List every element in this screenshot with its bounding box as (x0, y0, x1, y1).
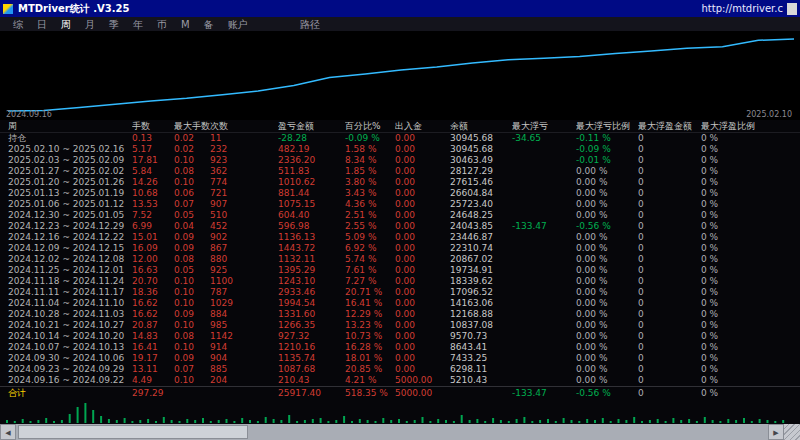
menu-item-周[interactable]: 周 (54, 17, 78, 32)
cell: 0.10 (174, 287, 210, 298)
table-row[interactable]: 2025.02.10 ~ 2025.02.165.170.02232482.19… (0, 144, 800, 155)
table-row[interactable]: 2025.01.20 ~ 2025.01.2614.260.107741010.… (0, 177, 800, 188)
cell: 9570.73 (450, 331, 512, 342)
cell: 0.04 (174, 221, 210, 232)
table-row[interactable]: 2024.12.23 ~ 2024.12.296.990.04452596.98… (0, 221, 800, 232)
table-row[interactable]: 2024.11.04 ~ 2024.11.1016.620.1010291994… (0, 298, 800, 309)
cell: 914 (210, 342, 278, 353)
table-row[interactable]: 持仓0.130.0211-28.28-0.09 %0.0030945.68-34… (0, 133, 800, 144)
table-row[interactable]: 2024.10.14 ~ 2024.10.2014.830.081142927.… (0, 331, 800, 342)
cell: 0.00 % (576, 320, 638, 331)
cell: 5210.43 (450, 375, 512, 386)
menu-item-月[interactable]: 月 (78, 17, 102, 32)
cell: 721 (210, 188, 278, 199)
horizontal-scrollbar[interactable]: ◀ ▶ (0, 424, 800, 440)
column-header[interactable]: 最大浮亏比例 (576, 120, 638, 132)
table-row[interactable]: 2024.12.02 ~ 2024.12.0812.000.088801132.… (0, 254, 800, 265)
cell (512, 177, 576, 188)
menu-item-账户[interactable]: 账户 (221, 17, 255, 32)
column-header[interactable]: 最大浮亏 (512, 120, 576, 132)
cell: 452 (210, 221, 278, 232)
menu-item-年[interactable]: 年 (126, 17, 150, 32)
cell (512, 144, 576, 155)
cell: 0 % (701, 155, 800, 166)
scroll-right-button[interactable]: ▶ (768, 424, 784, 440)
cell: 24648.25 (450, 210, 512, 221)
cell: 5000.00 (395, 375, 450, 386)
column-header[interactable]: 最大手数次数 (174, 120, 278, 132)
cell: 0 (638, 221, 701, 232)
table-row[interactable]: 2024.11.11 ~ 2024.11.1718.360.107872933.… (0, 287, 800, 298)
cell (174, 387, 210, 398)
table-row[interactable]: 2025.02.03 ~ 2025.02.0917.810.109232336.… (0, 155, 800, 166)
column-header[interactable]: 出入金 (395, 120, 450, 132)
cell (210, 387, 278, 398)
cell: 10837.08 (450, 320, 512, 331)
equity-chart[interactable]: 2024.09.16 2025.02.10 (0, 32, 800, 120)
cell: 1443.72 (278, 243, 345, 254)
cell: 2024.12.16 ~ 2024.12.22 (0, 232, 132, 243)
cell: 0.00 % (576, 375, 638, 386)
cell: 25917.40 (278, 387, 345, 398)
cell: 0.00 (395, 309, 450, 320)
table-row[interactable]: 2025.01.13 ~ 2025.01.1910.680.06721881.4… (0, 188, 800, 199)
table-row[interactable]: 2024.09.23 ~ 2024.09.2913.110.078851087.… (0, 364, 800, 375)
table-row[interactable]: 2025.01.06 ~ 2025.01.1213.530.079071075.… (0, 199, 800, 210)
table-row[interactable]: 2024.12.09 ~ 2024.12.1516.090.098671443.… (0, 243, 800, 254)
cell: -133.47 (512, 221, 576, 232)
table-row[interactable]: 2024.11.25 ~ 2024.12.0116.630.059251395.… (0, 265, 800, 276)
cell (512, 320, 576, 331)
total-row[interactable]: 合计297.2925917.40518.35 %5000.00-133.47-0… (0, 386, 800, 398)
table-row[interactable]: 2024.12.16 ~ 2024.12.2215.010.099021136.… (0, 232, 800, 243)
cell: 1100 (210, 276, 278, 287)
scrollbar-thumb[interactable] (18, 425, 248, 439)
menu-item-币[interactable]: 币 (150, 17, 174, 32)
window-control[interactable] (787, 3, 797, 15)
column-header[interactable]: 余额 (450, 120, 512, 132)
table-row[interactable]: 2024.10.28 ~ 2024.11.0316.620.098841331.… (0, 309, 800, 320)
resize-grip-icon[interactable] (784, 424, 800, 440)
table-row[interactable]: 2025.01.27 ~ 2025.02.025.840.08362511.83… (0, 166, 800, 177)
cell: 0.00 % (576, 254, 638, 265)
menu-item-M[interactable]: M (174, 17, 197, 32)
cell: 2024.09.23 ~ 2024.09.29 (0, 364, 132, 375)
cell: 0 (638, 199, 701, 210)
menu-item-日[interactable]: 日 (30, 17, 54, 32)
cell: 5000.00 (395, 387, 450, 398)
cell: 0.08 (174, 166, 210, 177)
table-row[interactable]: 2024.12.30 ~ 2025.01.057.520.05510604.40… (0, 210, 800, 221)
table-row[interactable]: 2024.11.18 ~ 2024.11.2420.700.1011001243… (0, 276, 800, 287)
menu-item-备[interactable]: 备 (197, 17, 221, 32)
equity-chart-canvas[interactable] (0, 32, 800, 120)
cell: 1135.74 (278, 353, 345, 364)
cell: 2024.10.14 ~ 2024.10.20 (0, 331, 132, 342)
cell: 2025.01.06 ~ 2025.01.12 (0, 199, 132, 210)
menu-item-path[interactable]: 路径 (293, 17, 327, 32)
column-header[interactable]: 盈亏金额 (278, 120, 345, 132)
scroll-left-button[interactable]: ◀ (0, 424, 16, 440)
column-header[interactable]: 最大浮盈金额 (638, 120, 701, 132)
table-row[interactable]: 2024.09.30 ~ 2024.10.0619.170.099041135.… (0, 353, 800, 364)
cell: 27615.46 (450, 177, 512, 188)
scrollbar-track[interactable] (16, 424, 768, 440)
cell: 0.00 % (576, 342, 638, 353)
cell: -0.11 % (576, 133, 638, 144)
column-header[interactable]: 百分比% (345, 120, 395, 132)
cell: 0 (638, 298, 701, 309)
cell (512, 265, 576, 276)
column-header[interactable]: 最大浮盈比例 (701, 120, 800, 132)
menu-item-季[interactable]: 季 (102, 17, 126, 32)
cell: 0 % (701, 387, 800, 398)
menu-item-综[interactable]: 综 (6, 17, 30, 32)
cell: 1266.35 (278, 320, 345, 331)
table-row[interactable]: 2024.10.21 ~ 2024.10.2720.870.109851266.… (0, 320, 800, 331)
volume-bars-canvas (0, 398, 800, 424)
table-row[interactable]: 2024.09.16 ~ 2024.09.224.490.10204210.43… (0, 375, 800, 386)
cell: 0 % (701, 331, 800, 342)
table-row[interactable]: 2024.10.07 ~ 2024.10.1316.410.109141210.… (0, 342, 800, 353)
vendor-url-link[interactable]: http://mtdriver.c (702, 3, 783, 14)
column-header[interactable]: 手数 (132, 120, 174, 132)
volume-mini-chart (0, 398, 800, 424)
column-header[interactable]: 周 (0, 120, 132, 132)
cell: 0.00 % (576, 287, 638, 298)
